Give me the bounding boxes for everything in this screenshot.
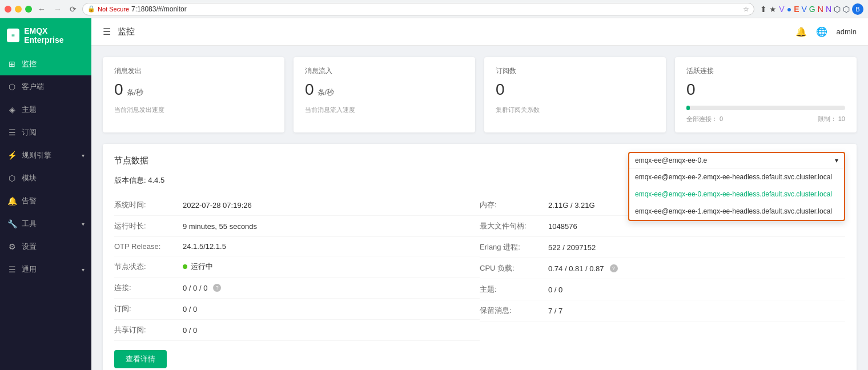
stat-value-msg-out: 0 <box>114 81 123 99</box>
ext-icon-7[interactable]: N <box>826 5 831 14</box>
stats-grid: 消息发出 0 条/秒 当前消息发出速度 消息流入 0 条/秒 当前消息流入速度 <box>103 57 857 132</box>
topbar-right: 🔔 🌐 admin <box>795 26 857 37</box>
help-icon[interactable]: ? <box>610 264 618 272</box>
info-value: 0 / 0 <box>183 326 197 335</box>
menu-icon[interactable]: ☰ <box>103 26 111 37</box>
sidebar-item-subscribe[interactable]: ☰ 订阅 <box>0 121 91 144</box>
tool-icon: 🔧 <box>7 219 17 228</box>
sidebar-item-setting[interactable]: ⚙ 设置 <box>0 235 91 258</box>
topbar: ☰ 监控 🔔 🌐 admin <box>91 18 868 46</box>
progress-bar-container <box>686 106 845 110</box>
dropdown-selected[interactable]: emqx-ee@emqx-ee-0.e ▾ <box>629 153 844 168</box>
progress-bar <box>686 106 690 110</box>
subscribe-icon: ☰ <box>7 128 17 137</box>
ext-icon-4[interactable]: V <box>802 5 807 14</box>
info-value: 7 / 7 <box>548 307 562 315</box>
admin-label: admin <box>837 27 857 36</box>
info-label: CPU 负载: <box>480 263 548 274</box>
detail-button[interactable]: 查看详情 <box>114 350 167 368</box>
reload-button[interactable]: ⟳ <box>67 3 79 15</box>
sidebar-item-topic[interactable]: ◈ 主题 <box>0 98 91 121</box>
connections-limit: 限制： 10 <box>818 115 845 123</box>
sidebar-item-module[interactable]: ⬡ 模块 <box>0 167 91 190</box>
info-value: 运行中 <box>183 262 213 272</box>
sidebar-item-label: 工具 <box>22 219 37 229</box>
info-label: OTP Release: <box>114 242 183 251</box>
info-row-uptime: 运行时长: 9 minutes, 55 seconds <box>114 216 480 237</box>
sidebar-item-alarm[interactable]: 🔔 告警 <box>0 190 91 212</box>
rule-icon: ⚡ <box>7 151 17 160</box>
stat-card-connections: 活跃连接 0 全部连接： 0 限制： 10 <box>675 57 857 132</box>
ext-icon-5[interactable]: G <box>809 5 815 14</box>
info-row-node-status: 节点状态: 运行中 <box>114 256 480 278</box>
dropdown-item-node2[interactable]: emqx-ee@emqx-ee-2.emqx-ee-headless.defau… <box>629 168 844 186</box>
info-label: 订阅: <box>114 304 183 314</box>
maximize-button[interactable] <box>25 6 32 13</box>
ext-icon-6[interactable]: N <box>818 5 823 14</box>
info-label: Erlang 进程: <box>480 242 548 252</box>
minimize-button[interactable] <box>15 6 22 13</box>
topic-icon: ◈ <box>7 105 17 114</box>
info-row-cpu: CPU 负载: 0.74 / 0.81 / 0.87 ? <box>480 258 845 279</box>
info-label: 保留消息: <box>480 305 548 316</box>
ext-icon-9[interactable]: ⬡ <box>843 5 850 14</box>
sidebar-item-rule[interactable]: ⚡ 规则引擎 ▾ <box>0 144 91 167</box>
sidebar-item-monitor[interactable]: ⊞ 监控 <box>0 53 91 75</box>
module-icon: ⬡ <box>7 174 17 183</box>
sidebar-logo[interactable]: ≡ EMQX Enterprise <box>0 18 91 53</box>
sidebar-item-label: 告警 <box>22 196 37 206</box>
stat-label-msg-out: 消息发出 <box>114 66 273 76</box>
ext-icon-2[interactable]: ● <box>787 5 791 14</box>
info-row-topic: 主题: 0 / 0 <box>480 279 845 300</box>
help-icon[interactable]: ? <box>213 284 221 292</box>
stat-label-subscriptions: 订阅数 <box>496 66 654 76</box>
dropdown-item-node1[interactable]: emqx-ee@emqx-ee-1.emqx-ee-headless.defau… <box>629 203 844 220</box>
ext-icon-3[interactable]: E <box>794 5 799 14</box>
back-button[interactable]: ← <box>35 3 48 15</box>
page-title: 监控 <box>118 26 135 37</box>
sidebar-item-label: 监控 <box>22 59 37 69</box>
globe-icon[interactable]: 🌐 <box>816 26 827 37</box>
info-label: 共享订阅: <box>114 325 183 335</box>
node-section: 节点数据 emqx-ee@emqx-ee-0.e ▾ emqx-ee@emqx-… <box>103 144 857 370</box>
stat-desc-msg-out: 当前消息发出速度 <box>114 106 273 114</box>
chevron-down-icon: ▾ <box>835 156 838 164</box>
star-icon[interactable]: ★ <box>769 5 777 14</box>
browser-toolbar-icons: ⬆ ★ V ● E V G N N ⬡ ⬡ B <box>760 3 863 15</box>
stat-unit-msg-in: 条/秒 <box>318 87 335 98</box>
info-row-subscribe: 订阅: 0 / 0 <box>114 299 480 320</box>
setting-icon: ⚙ <box>7 242 17 251</box>
forward-button[interactable]: → <box>51 3 64 15</box>
close-button[interactable] <box>5 6 11 13</box>
sidebar-item-label: 通用 <box>22 264 37 275</box>
info-label: 内存: <box>480 200 548 210</box>
node-dropdown[interactable]: emqx-ee@emqx-ee-0.e ▾ emqx-ee@emqx-ee-2.… <box>628 152 845 221</box>
info-row-connections: 连接: 0 / 0 / 0 ? <box>114 278 480 299</box>
sidebar-item-label: 规则引擎 <box>22 150 51 160</box>
info-value: 0.74 / 0.81 / 0.87 ? <box>548 264 618 273</box>
notification-icon[interactable]: 🔔 <box>795 26 807 37</box>
sidebar-item-tool[interactable]: 🔧 工具 ▾ <box>0 212 91 235</box>
sidebar-item-label: 订阅 <box>22 127 37 138</box>
stat-card-msg-in: 消息流入 0 条/秒 当前消息流入速度 <box>294 57 475 132</box>
profile-avatar[interactable]: B <box>852 3 863 15</box>
share-icon[interactable]: ⬆ <box>760 5 767 14</box>
bookmark-icon[interactable]: ☆ <box>743 5 749 13</box>
sidebar-item-general[interactable]: ☰ 通用 ▾ <box>0 258 91 281</box>
sidebar-item-client[interactable]: ⬡ 客户端 <box>0 75 91 98</box>
ext-icon-8[interactable]: ⬡ <box>834 5 841 14</box>
connections-total: 全部连接： 0 <box>686 115 723 123</box>
info-value: 0 / 0 <box>183 305 197 313</box>
dropdown-item-node0[interactable]: emqx-ee@emqx-ee-0.emqx-ee-headless.defau… <box>629 186 844 203</box>
node-section-title: 节点数据 <box>114 155 148 166</box>
content-wrapper: ☰ 监控 🔔 🌐 admin 消息发出 0 条/秒 当前消息发出速度 <box>91 18 868 370</box>
address-bar[interactable]: 🔒 Not Secure 7:18083/#/monitor ☆ <box>82 3 754 15</box>
ext-icon-1[interactable]: V <box>779 5 784 14</box>
sidebar-item-label: 模块 <box>22 173 37 183</box>
sidebar: ≡ EMQX Enterprise ⊞ 监控 ⬡ 客户端 ◈ 主题 ☰ 订阅 ⚡… <box>0 18 91 370</box>
stat-desc-subscriptions: 集群订阅关系数 <box>496 106 654 114</box>
client-icon: ⬡ <box>7 82 17 91</box>
stat-label-connections: 活跃连接 <box>686 66 845 76</box>
info-value: 2022-07-28 07:19:26 <box>183 201 252 210</box>
address-text: 7:18083/#/monitor <box>131 5 741 13</box>
